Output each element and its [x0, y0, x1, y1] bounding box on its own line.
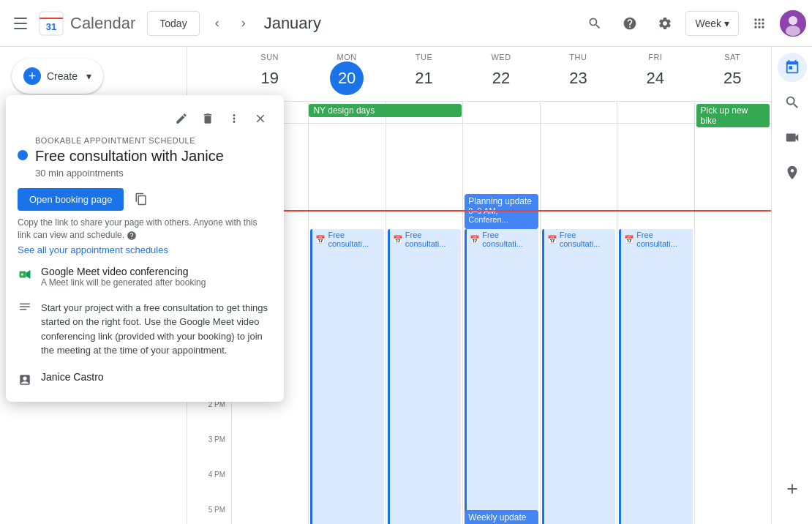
popup-overlay: BOOKABLE APPOINTMENT SCHEDULE Free consu… — [6, 95, 284, 402]
time-2pm: 2 PM — [187, 405, 231, 440]
settings-icon — [658, 16, 672, 31]
svg-point-4 — [789, 16, 797, 25]
copy-link-button[interactable] — [129, 187, 153, 211]
help-button[interactable] — [615, 9, 644, 38]
all-day-fri — [617, 102, 693, 123]
bookable-fri[interactable]: 📅 Free consultati... — [619, 229, 692, 524]
rs-add-icon[interactable] — [778, 474, 807, 504]
bookable-thu[interactable]: 📅 Free consultati... — [542, 229, 615, 524]
wed-num: 22 — [484, 61, 518, 95]
description-row: Start your project with a free consultat… — [18, 295, 272, 364]
today-button[interactable]: Today — [147, 11, 199, 36]
fri-num: 24 — [639, 61, 672, 95]
planning-update-event[interactable]: Planning update 8–9 AM, Conferen... — [465, 194, 538, 229]
grid-col-wed[interactable]: Planning update 8–9 AM, Conferen... 📅 Fr… — [462, 124, 539, 524]
bookable-wed[interactable]: 📅 Free consultati... — [465, 229, 538, 524]
menu-button[interactable] — [6, 9, 35, 38]
svg-rect-1 — [40, 18, 63, 19]
sat-name: SAT — [694, 53, 771, 61]
help-icon — [623, 16, 637, 31]
time-5pm: 5 PM — [187, 510, 231, 524]
organizer-icon — [18, 373, 32, 387]
view-selector[interactable]: Week ▾ — [685, 11, 739, 36]
grid-col-mon[interactable]: 📅 Free consultati... — [308, 124, 385, 524]
popup-close-button[interactable] — [249, 107, 272, 130]
user-avatar[interactable] — [780, 10, 806, 37]
day-header-mon[interactable]: MON 20 — [308, 47, 385, 101]
grid-icon — [752, 16, 767, 31]
rs-meet-icon[interactable] — [778, 123, 807, 152]
nav-right: Week ▾ — [580, 9, 806, 38]
delete-icon — [201, 112, 214, 125]
close-icon — [254, 112, 267, 125]
grid-col-tue[interactable]: 📅 Free consultati... Dinner with Helen 6… — [386, 124, 462, 524]
popup-description: Start your project with a free consultat… — [41, 298, 272, 361]
search-button[interactable] — [580, 9, 609, 38]
rs-search-icon[interactable] — [778, 88, 807, 117]
bookable-mon[interactable]: 📅 Free consultati... — [310, 229, 383, 524]
grid-col-thu[interactable]: 📅 Free consultati... — [540, 124, 617, 524]
popup-edit-button[interactable] — [170, 107, 193, 130]
popup-title: Free consultation with Janice — [35, 148, 224, 165]
popup-title-row: Free consultation with Janice — [18, 148, 272, 165]
appointment-popup: BOOKABLE APPOINTMENT SCHEDULE Free consu… — [6, 95, 284, 402]
bookable-tue[interactable]: 📅 Free consultati... — [388, 229, 461, 524]
popup-toolbar — [18, 107, 272, 130]
meet-icon — [18, 267, 32, 282]
wed-name: WED — [462, 53, 539, 61]
all-day-sat: Pick up new bike — [694, 102, 771, 123]
day-header-wed[interactable]: WED 22 — [462, 47, 539, 101]
create-plus-icon: + — [23, 67, 41, 85]
grid-col-fri[interactable]: 📅 Free consultati... — [617, 124, 693, 524]
organizer-content: Janice Castro — [41, 371, 272, 383]
meet-row: Google Meet video conferencing A Meet li… — [18, 263, 272, 291]
popup-delete-button[interactable] — [196, 107, 219, 130]
day-header-fri[interactable]: FRI 24 — [617, 47, 693, 101]
chevron-down-icon: ▾ — [724, 18, 729, 29]
avatar-image — [780, 10, 806, 37]
next-button[interactable]: › — [232, 12, 255, 35]
apps-button[interactable] — [745, 9, 774, 38]
sun-num: 19 — [253, 61, 287, 95]
rs-calendar-icon[interactable] — [778, 53, 807, 82]
search-icon — [587, 16, 602, 31]
description-icon — [18, 299, 32, 314]
meet-sub: A Meet link will be generated after book… — [41, 277, 272, 288]
meet-content: Google Meet video conferencing A Meet li… — [41, 266, 272, 288]
popup-more-button[interactable] — [222, 107, 246, 130]
tue-num: 21 — [407, 61, 441, 95]
tue-name: TUE — [386, 53, 462, 61]
svg-text:31: 31 — [46, 21, 56, 32]
day-header-sat[interactable]: SAT 25 — [694, 47, 771, 101]
thu-name: THU — [540, 53, 617, 61]
sun-name: SUN — [231, 53, 308, 61]
copy-hint: Copy the link to share your page with ot… — [18, 217, 272, 242]
grid-col-sat[interactable] — [694, 124, 771, 524]
all-day-thu — [540, 102, 617, 123]
right-sidebar — [771, 47, 812, 524]
edit-icon — [175, 112, 188, 125]
top-nav: 31 Calendar Today ‹ › January Week ▾ — [0, 0, 812, 47]
create-button[interactable]: + Create ▾ — [12, 59, 103, 94]
copy-hint-help-icon[interactable] — [127, 230, 137, 240]
fri-name: FRI — [617, 53, 693, 61]
organizer-row: Janice Castro — [18, 368, 272, 390]
time-4pm: 4 PM — [187, 475, 231, 510]
popup-label: BOOKABLE APPOINTMENT SCHEDULE — [35, 136, 272, 145]
day-header-thu[interactable]: THU 23 — [540, 47, 617, 101]
more-icon — [228, 112, 241, 125]
nav-arrows: ‹ › — [206, 12, 255, 35]
popup-actions: Open booking page — [18, 187, 272, 211]
svg-point-8 — [21, 273, 23, 275]
settings-button[interactable] — [650, 9, 680, 38]
day-header-tue[interactable]: TUE 21 — [386, 47, 462, 101]
ny-design-days-event[interactable]: NY design days — [309, 104, 462, 117]
day-header-sun[interactable]: SUN 19 — [231, 47, 308, 101]
prev-button[interactable]: ‹ — [206, 12, 229, 35]
create-label: Create — [47, 70, 78, 82]
rs-maps-icon[interactable] — [778, 158, 807, 187]
weekly-update-event[interactable]: Weekly update 5–6 PM, Meeting r... — [465, 510, 538, 524]
open-booking-button[interactable]: Open booking page — [18, 188, 124, 211]
see-all-schedules-link[interactable]: See all your appointment schedules — [18, 244, 272, 255]
organizer-name: Janice Castro — [41, 371, 272, 383]
